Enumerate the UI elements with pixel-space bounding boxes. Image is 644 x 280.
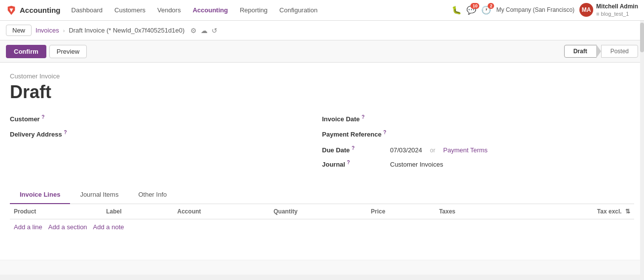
messages-badge: 10 bbox=[470, 3, 479, 9]
user-menu[interactable]: MA Mitchell Admin ≡ blog_test_1 bbox=[579, 3, 638, 18]
app-name: Accounting bbox=[20, 6, 61, 14]
nav-customers[interactable]: Customers bbox=[109, 4, 150, 16]
invoice-form: Customer ? Delivery Address ? Invoice Da… bbox=[10, 114, 634, 174]
due-date-row: Due Date ? 07/03/2024 or Payment Terms bbox=[322, 145, 634, 154]
customer-row: Customer ? bbox=[10, 114, 322, 124]
app-logo[interactable]: Accounting bbox=[6, 5, 61, 16]
topnav-right: 🐛 💬 10 🕐 2 My Company (San Francisco) MA… bbox=[452, 3, 638, 18]
bug-icon[interactable]: 🐛 bbox=[452, 5, 462, 15]
table-actions: Add a line Add a section Add a note bbox=[10, 219, 634, 235]
bottom-strip bbox=[0, 260, 644, 275]
tab-other-info[interactable]: Other Info bbox=[128, 186, 177, 204]
col-account: Account bbox=[174, 204, 270, 219]
tab-journal-items[interactable]: Journal Items bbox=[70, 186, 128, 204]
stepper-arrow bbox=[596, 44, 601, 58]
preview-button[interactable]: Preview bbox=[49, 45, 87, 58]
top-navigation: Accounting Dashboard Customers Vendors A… bbox=[0, 0, 644, 21]
journal-value[interactable]: Customer Invoices bbox=[390, 161, 443, 168]
breadcrumb-bar: New Invoices › Draft Invoice (* NewId_0x… bbox=[0, 21, 644, 40]
col-tax-excl: Tax excl. ⇅ bbox=[509, 204, 634, 219]
add-line-link[interactable]: Add a line bbox=[14, 223, 42, 231]
col-quantity: Quantity bbox=[270, 204, 367, 219]
journal-help[interactable]: ? bbox=[347, 160, 350, 165]
breadcrumb-current: Draft Invoice (* NewId_0x7f405251d1e0) bbox=[69, 27, 184, 34]
add-section-link[interactable]: Add a section bbox=[48, 223, 87, 231]
new-button[interactable]: New bbox=[6, 25, 32, 36]
delivery-address-help[interactable]: ? bbox=[64, 130, 67, 135]
columns-config-icon[interactable]: ⇅ bbox=[625, 208, 630, 215]
nav-vendors[interactable]: Vendors bbox=[152, 4, 186, 16]
payment-reference-input[interactable] bbox=[390, 131, 475, 140]
status-posted[interactable]: Posted bbox=[601, 45, 638, 58]
delivery-address-row: Delivery Address ? bbox=[10, 130, 322, 139]
discard-icon[interactable]: ↺ bbox=[212, 27, 217, 35]
due-date-help[interactable]: ? bbox=[352, 145, 355, 151]
nav-dashboard[interactable]: Dashboard bbox=[67, 4, 108, 16]
scroll-thumb[interactable] bbox=[640, 23, 644, 52]
invoice-lines-table: Product Label Account Quantity Price Tax… bbox=[10, 204, 634, 235]
breadcrumb-separator: › bbox=[63, 28, 65, 34]
user-info: Mitchell Admin ≡ blog_test_1 bbox=[596, 3, 638, 18]
company-name: My Company (San Francisco) bbox=[496, 6, 574, 13]
status-stepper: Draft Posted bbox=[564, 44, 638, 58]
user-sub: ≡ blog_test_1 bbox=[596, 10, 638, 17]
due-date-value[interactable]: 07/03/2024 bbox=[390, 146, 422, 154]
avatar: MA bbox=[579, 3, 593, 17]
form-right: Invoice Date ? Payment Reference ? Due D… bbox=[322, 114, 634, 174]
action-buttons: Confirm Preview bbox=[6, 45, 87, 58]
invoice-date-help[interactable]: ? bbox=[361, 114, 364, 120]
delivery-address-label: Delivery Address ? bbox=[10, 130, 74, 138]
alerts-badge: 2 bbox=[488, 3, 494, 9]
nav-configuration[interactable]: Configuration bbox=[275, 4, 322, 16]
col-label: Label bbox=[102, 204, 173, 219]
user-name: Mitchell Admin bbox=[596, 3, 638, 11]
invoice-date-row: Invoice Date ? bbox=[322, 114, 634, 124]
invoice-date-input[interactable] bbox=[390, 115, 475, 124]
scroll-track[interactable] bbox=[640, 21, 644, 275]
status-draft[interactable]: Draft bbox=[564, 45, 597, 58]
payment-reference-label: Payment Reference ? bbox=[322, 130, 386, 138]
delivery-address-input[interactable] bbox=[78, 131, 163, 140]
add-note-link[interactable]: Add a note bbox=[93, 223, 124, 231]
confirm-button[interactable]: Confirm bbox=[6, 45, 46, 58]
payment-reference-help[interactable]: ? bbox=[383, 130, 386, 135]
action-bar: Confirm Preview Draft Posted bbox=[0, 40, 644, 63]
alerts-icon[interactable]: 🕐 2 bbox=[481, 5, 491, 15]
nav-reporting[interactable]: Reporting bbox=[235, 4, 272, 16]
logo-icon bbox=[6, 5, 17, 16]
col-taxes: Taxes bbox=[435, 204, 509, 219]
journal-row: Journal ? Customer Invoices bbox=[322, 160, 634, 168]
customer-input[interactable] bbox=[78, 115, 163, 124]
main-content: Customer Invoice Draft Customer ? Delive… bbox=[0, 63, 644, 260]
col-product: Product bbox=[10, 204, 102, 219]
cloud-icon[interactable]: ☁ bbox=[201, 27, 208, 35]
tabs: Invoice Lines Journal Items Other Info bbox=[10, 186, 634, 204]
payment-terms-link[interactable]: Payment Terms bbox=[443, 146, 488, 154]
customer-label: Customer ? bbox=[10, 114, 74, 123]
invoice-status: Draft bbox=[10, 82, 634, 103]
payment-reference-row: Payment Reference ? bbox=[322, 130, 634, 139]
messages-icon[interactable]: 💬 10 bbox=[466, 5, 476, 15]
breadcrumb-actions: ⚙ ☁ ↺ bbox=[190, 27, 217, 35]
invoice-type: Customer Invoice bbox=[10, 72, 634, 80]
customer-help[interactable]: ? bbox=[41, 114, 44, 120]
tab-invoice-lines[interactable]: Invoice Lines bbox=[10, 186, 70, 204]
col-price: Price bbox=[367, 204, 435, 219]
due-date-label: Due Date ? bbox=[322, 145, 386, 154]
form-left: Customer ? Delivery Address ? bbox=[10, 114, 322, 174]
invoice-date-label: Invoice Date ? bbox=[322, 114, 386, 123]
breadcrumb-parent[interactable]: Invoices bbox=[36, 27, 59, 34]
settings-icon[interactable]: ⚙ bbox=[190, 27, 197, 35]
or-text: or bbox=[430, 147, 435, 154]
journal-label: Journal ? bbox=[322, 160, 386, 168]
nav-accounting[interactable]: Accounting bbox=[188, 4, 233, 16]
